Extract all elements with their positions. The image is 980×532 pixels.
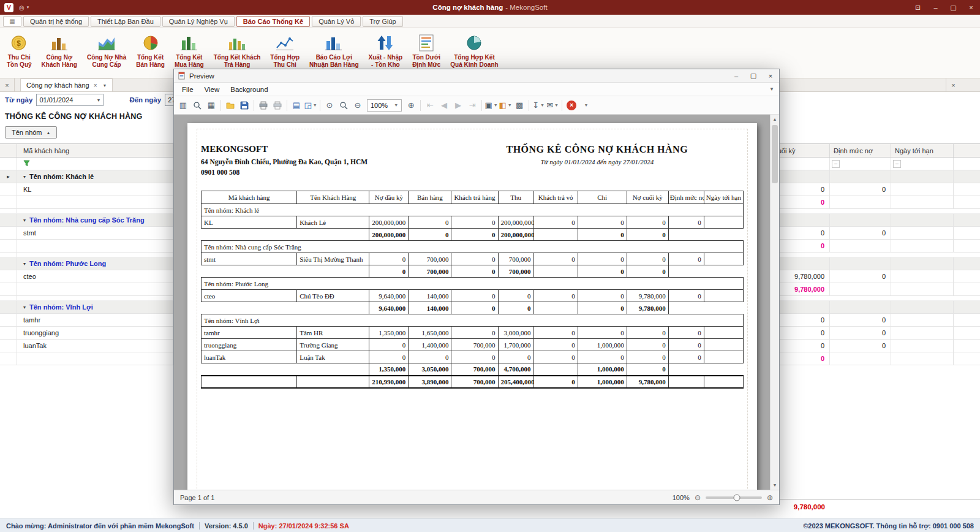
preview-maximize-button[interactable]: ▢ [745, 69, 762, 83]
right-grid-row-data[interactable]: 9,780,0000 [760, 270, 980, 283]
preview-titlebar[interactable]: Preview – ▢ × [174, 69, 779, 83]
last-page-button[interactable]: ⇥ [466, 99, 479, 112]
preview-document-area[interactable]: MEKONGSOFT 64 Nguyễn Đình Chiểu, Phường … [174, 115, 779, 490]
left-grid-row-group[interactable]: ▸▾Tên nhóm: Khách lẻ [0, 170, 173, 183]
grid-cell-dinh_muc[interactable] [830, 240, 891, 252]
right-grid-row-filter[interactable]: ––– [760, 158, 980, 170]
zoom-in-button[interactable]: ⊕ [404, 99, 418, 112]
grid-cell-ngay[interactable] [891, 314, 954, 326]
col-header-ngay-toi-han[interactable]: Ngày tới hạn [891, 144, 954, 157]
customer-code-cell[interactable]: tamhr [17, 314, 173, 326]
grid-cell-ngay[interactable] [891, 301, 954, 313]
left-grid-row-data[interactable]: tamhr [0, 314, 173, 327]
zoom-slider[interactable] [706, 496, 762, 499]
customer-code-cell[interactable]: luanTak [17, 340, 173, 352]
left-grid-row-data[interactable]: KL [0, 183, 173, 196]
collapse-caret-icon[interactable]: ▾ [23, 174, 26, 180]
grid-cell-ngay[interactable] [891, 183, 954, 196]
grid-cell-dinh_muc[interactable]: 0 [830, 227, 891, 239]
customer-code-cell[interactable] [17, 158, 173, 170]
group-by-chip[interactable]: Tên nhóm ▲ [5, 126, 57, 139]
grid-cell-dinh_muc[interactable]: 0 [830, 314, 891, 326]
preview-minimize-button[interactable]: – [728, 69, 745, 83]
customer-code-cell[interactable] [17, 240, 173, 252]
from-date-caret-icon[interactable]: ▼ [96, 98, 100, 102]
grid-cell-dinh_muc[interactable] [830, 301, 891, 313]
left-grid-row-group[interactable]: ▾Tên nhóm: Nhà cung cấp Sóc Trăng [0, 214, 173, 227]
right-grid-row-data[interactable]: 00 [760, 183, 980, 196]
from-date-input[interactable] [39, 96, 96, 104]
grid-cell-ngay[interactable] [891, 170, 954, 183]
menu-view[interactable]: View [199, 86, 225, 93]
customize-button[interactable]: ▦ [205, 99, 218, 112]
customer-code-cell[interactable]: ▾Tên nhóm: Khách lẻ [17, 170, 173, 183]
tab-thiet-lap-ban-dau[interactable]: Thiết Lập Ban Đầu [91, 16, 160, 27]
zoom-slider-plus-icon[interactable]: ⊕ [767, 493, 773, 502]
magnifier-button[interactable] [337, 99, 350, 112]
maximize-button[interactable]: ▢ [944, 0, 962, 15]
right-grid-row-sub[interactable]: 0 [760, 240, 980, 253]
tab-cong-no-khach-hang-document[interactable]: Công nợ khách hàng × ▼ [20, 78, 113, 91]
left-grid-row-filter[interactable] [0, 158, 173, 170]
page-setup-button[interactable]: ▤ [290, 99, 303, 112]
customer-code-cell[interactable] [17, 196, 173, 208]
grid-cell-dinh_muc[interactable]: 0 [830, 270, 891, 283]
right-grid-row-group[interactable] [760, 214, 980, 227]
save-button[interactable] [238, 99, 251, 112]
grid-cell-dinh_muc[interactable]: – [830, 158, 891, 170]
left-grid-row-data[interactable]: stmt [0, 227, 173, 240]
grid-cell-dinh_muc[interactable]: 0 [830, 327, 891, 339]
menu-background[interactable]: Background [225, 86, 273, 93]
grid-cell-dinh_muc[interactable]: 0 [830, 340, 891, 352]
grid-cell-ngay[interactable] [891, 214, 954, 226]
prev-page-button[interactable]: ◀ [437, 99, 451, 112]
ribbon-style-icon[interactable]: ⊡ [909, 0, 927, 15]
open-button[interactable] [224, 99, 237, 112]
tab-bao-cao-thong-ke[interactable]: Báo Cáo Thống Kê [236, 16, 310, 27]
grid-cell-dinh_muc[interactable] [830, 196, 891, 208]
watermark-button[interactable]: ▩ [513, 99, 526, 112]
grid-cell-ngay[interactable] [891, 227, 954, 239]
grid-cell-ngay[interactable]: – [891, 158, 954, 170]
tab-quan-ly-nghiep-vu[interactable]: Quản Lý Nghiệp Vụ [162, 16, 235, 27]
quick-print-button[interactable] [271, 99, 284, 112]
customer-code-cell[interactable]: cteo [17, 270, 173, 283]
ribbon-menu-icon[interactable]: ▦ [3, 16, 21, 27]
send-email-button[interactable]: ✉▼ [546, 99, 559, 112]
grid-cell-dinh_muc[interactable] [830, 352, 891, 365]
right-grid-row-group[interactable] [760, 170, 980, 183]
tab-quan-ly-vo[interactable]: Quản Lý Vỏ [312, 16, 361, 27]
filter-operator-icon[interactable]: – [832, 160, 840, 168]
toolbar-item-tong-ket-ban-hang[interactable]: Tổng Kết Bán Hàng [132, 30, 169, 76]
left-grid-row-sub[interactable] [0, 196, 173, 209]
toolbar-item-cong-no-khach-hang[interactable]: Công Nợ Khách Hàng [37, 30, 81, 76]
scroll-up-icon[interactable]: ▲ [771, 115, 779, 124]
grid-cell-dinh_muc[interactable] [830, 257, 891, 270]
customer-code-cell[interactable]: ▾Tên nhóm: Nhà cung cấp Sóc Trăng [17, 214, 173, 226]
scroll-down-icon[interactable]: ▼ [771, 481, 779, 490]
scrollbar-thumb[interactable] [772, 125, 778, 183]
grid-cell-ngay[interactable] [891, 283, 954, 295]
left-grid-row-data[interactable]: truonggiang [0, 327, 173, 340]
grid-cell-ngay[interactable] [891, 240, 954, 252]
grid-cell-ngay[interactable] [891, 270, 954, 283]
customer-code-cell[interactable] [17, 352, 173, 365]
grid-cell-dinh_muc[interactable] [830, 170, 891, 183]
toolbar-item-thu-chi-ton-quy[interactable]: $ Thu Chi Tồn Quỹ [2, 30, 36, 76]
customer-code-cell[interactable]: truonggiang [17, 327, 173, 339]
col-header-ma-khach-hang[interactable]: Mã khách hàng [17, 144, 173, 157]
grid-cell-dinh_muc[interactable] [830, 283, 891, 295]
right-grid-row-data[interactable]: 00 [760, 314, 980, 327]
toolbar-overflow-caret-icon[interactable]: ▼ [579, 99, 592, 112]
menubar-overflow-caret-icon[interactable]: ▼ [769, 86, 774, 92]
grid-cell-ngay[interactable] [891, 257, 954, 270]
tab-close-icon[interactable]: × [94, 82, 97, 89]
tab-dropdown-caret-icon[interactable]: ▼ [102, 83, 107, 88]
left-grid-row-group[interactable]: ▾Tên nhóm: Vĩnh Lợi [0, 301, 173, 314]
export-button[interactable]: ↧▼ [532, 99, 545, 112]
right-grid-row-data[interactable]: 00 [760, 340, 980, 352]
grid-cell-ngay[interactable] [891, 327, 954, 339]
tab-tro-giup[interactable]: Trợ Giúp [363, 16, 402, 27]
left-grid-row-sub[interactable] [0, 352, 173, 365]
first-page-button[interactable]: ⇤ [423, 99, 437, 112]
